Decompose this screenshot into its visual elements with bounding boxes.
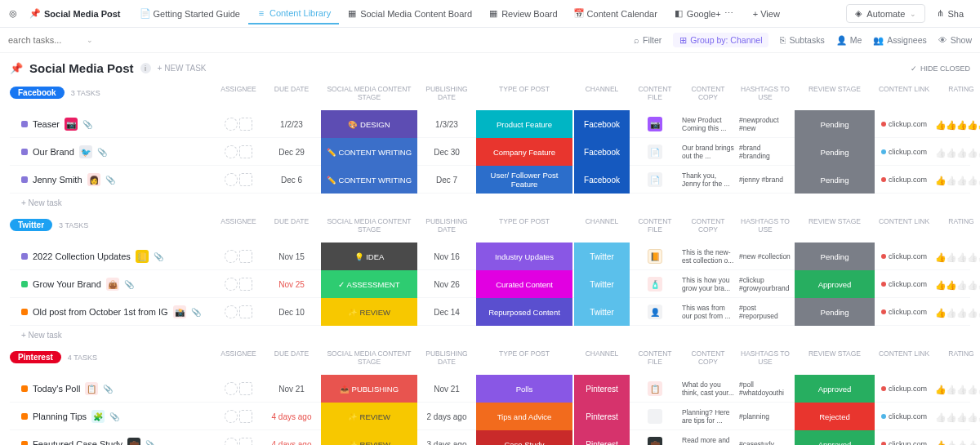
channel-pill[interactable]: Pinterest xyxy=(574,375,630,403)
nav-tab[interactable]: 📅Content Calendar xyxy=(566,3,666,24)
copy-cell[interactable]: This was from our post from ... xyxy=(679,304,737,320)
calendar-placeholder[interactable] xyxy=(239,382,252,395)
attachment-icon[interactable]: 📎 xyxy=(103,385,113,394)
hashtag-cell[interactable]: #poll #whatdoyouthi xyxy=(737,380,794,397)
calendar-placeholder[interactable] xyxy=(239,438,252,445)
thumb-icon[interactable] xyxy=(956,147,966,157)
nav-tab[interactable]: ◧Google+⋯ xyxy=(666,3,742,24)
link-cell[interactable]: clickup.com xyxy=(875,120,933,128)
thumb-icon[interactable] xyxy=(956,175,966,185)
file-cell[interactable]: 📷 xyxy=(630,117,679,131)
publish-date[interactable]: Nov 16 xyxy=(418,252,475,261)
publish-date[interactable]: Nov 26 xyxy=(418,280,475,289)
task-name-cell[interactable]: Jenny Smith 👩 📎 xyxy=(10,173,214,186)
thumb-icon[interactable] xyxy=(935,175,945,185)
thumb-icon[interactable] xyxy=(946,175,956,185)
type-pill[interactable]: Curated Content xyxy=(476,270,572,298)
calendar-placeholder[interactable] xyxy=(239,305,252,318)
filter-chip[interactable]: ⌕Filter xyxy=(634,35,662,45)
channel-pill[interactable]: Twitter xyxy=(574,243,630,270)
task-name-cell[interactable]: Feautured Case Study 💼 📎 xyxy=(10,438,214,445)
due-date[interactable]: Dec 10 xyxy=(263,308,320,317)
new-task-button[interactable]: + NEW TASK xyxy=(158,64,207,73)
type-pill[interactable]: User/ Follower Post Feature xyxy=(476,166,572,194)
new-task-row[interactable]: + New task xyxy=(10,194,970,209)
thumb-icon[interactable] xyxy=(946,412,956,421)
attachment-icon[interactable]: 📎 xyxy=(109,412,119,421)
assignee-cell[interactable] xyxy=(214,250,263,263)
thumb-icon[interactable] xyxy=(946,251,956,261)
automate-button[interactable]: ◈ Automate ⌄ xyxy=(846,4,925,23)
calendar-placeholder[interactable] xyxy=(239,173,252,186)
calendar-placeholder[interactable] xyxy=(239,278,252,291)
share-button[interactable]: ⋔ Sha xyxy=(929,3,972,24)
task-row[interactable]: Grow Your Brand 👜 📎 Nov 25 ✓ ASSESSMENT … xyxy=(10,270,970,298)
review-pill[interactable]: Approved xyxy=(795,270,875,298)
copy-cell[interactable]: What do you think, cast your... xyxy=(679,380,737,397)
stage-pill[interactable]: 🎨 DESIGN xyxy=(321,110,417,138)
calendar-placeholder[interactable] xyxy=(239,410,252,423)
new-task-row[interactable]: + New task xyxy=(10,326,970,341)
assignee-placeholder[interactable] xyxy=(225,145,238,158)
type-pill[interactable]: Repurposed Content xyxy=(476,298,572,326)
thumb-icon[interactable] xyxy=(956,384,966,394)
thumb-icon[interactable] xyxy=(935,279,945,289)
copy-cell[interactable]: This is how you grow your bra... xyxy=(679,276,737,292)
file-cell[interactable]: 📋 xyxy=(630,381,679,396)
thumb-icon[interactable] xyxy=(935,147,945,157)
type-pill[interactable]: Case Study xyxy=(476,430,572,445)
due-date[interactable]: Nov 21 xyxy=(263,385,320,394)
rating-cell[interactable] xyxy=(933,119,980,129)
assignee-cell[interactable] xyxy=(214,438,263,445)
assignee-placeholder[interactable] xyxy=(225,173,238,186)
attachment-icon[interactable]: 📎 xyxy=(105,176,115,185)
link-cell[interactable]: clickup.com xyxy=(875,280,933,288)
type-pill[interactable]: Polls xyxy=(476,375,572,403)
due-date[interactable]: Nov 25 xyxy=(263,280,320,289)
hashtag-cell[interactable]: #post #reporpused xyxy=(737,304,794,320)
attachment-icon[interactable]: 📎 xyxy=(97,148,107,157)
rating-cell[interactable] xyxy=(933,251,980,261)
channel-pill[interactable]: Pinterest xyxy=(574,430,630,445)
link-cell[interactable]: clickup.com xyxy=(875,412,933,421)
link-cell[interactable]: clickup.com xyxy=(875,440,933,445)
thumb-icon[interactable] xyxy=(946,119,956,129)
filter-chip[interactable]: ⎘Subtasks xyxy=(780,35,824,45)
filter-chip[interactable]: 👤Me xyxy=(836,35,862,46)
task-name-cell[interactable]: Grow Your Brand 👜 📎 xyxy=(10,278,214,291)
nav-view[interactable]: + View xyxy=(745,4,788,24)
task-row[interactable]: Teaser 📷 📎 1/2/23 🎨 DESIGN 1/3/23 Produc… xyxy=(10,110,970,138)
assignee-cell[interactable] xyxy=(214,145,263,158)
due-date[interactable]: Dec 6 xyxy=(263,176,320,185)
thumb-icon[interactable] xyxy=(956,439,966,445)
filter-chip[interactable]: 👥Assignees xyxy=(873,35,926,46)
channel-pill[interactable]: Facebook xyxy=(574,138,630,166)
assignee-cell[interactable] xyxy=(214,305,263,318)
link-cell[interactable]: clickup.com xyxy=(875,308,933,316)
rating-cell[interactable] xyxy=(933,279,980,289)
due-date[interactable]: 4 days ago xyxy=(263,440,320,446)
rating-cell[interactable] xyxy=(933,175,980,185)
copy-cell[interactable]: This is the new-est collection o... xyxy=(679,248,737,265)
publish-date[interactable]: Dec 7 xyxy=(418,176,475,185)
calendar-placeholder[interactable] xyxy=(239,250,252,263)
due-date[interactable]: 4 days ago xyxy=(263,412,320,421)
thumb-icon[interactable] xyxy=(946,147,956,157)
thumb-icon[interactable] xyxy=(935,412,945,421)
assignee-placeholder[interactable] xyxy=(225,118,238,131)
stage-pill[interactable]: ✏️ CONTENT WRITING xyxy=(321,138,417,166)
attachment-icon[interactable]: 📎 xyxy=(82,120,92,129)
copy-cell[interactable]: New Product Coming this ... xyxy=(679,116,737,132)
thumb-icon[interactable] xyxy=(946,439,956,445)
due-date[interactable]: Dec 29 xyxy=(263,148,320,157)
thumb-icon[interactable] xyxy=(956,412,966,421)
copy-cell[interactable]: Planning? Here are tips for ... xyxy=(679,408,737,425)
rating-cell[interactable] xyxy=(933,412,980,421)
thumb-icon[interactable] xyxy=(967,251,977,261)
task-name-cell[interactable]: Our Brand 🐦 📎 xyxy=(10,145,214,158)
link-cell[interactable]: clickup.com xyxy=(875,148,933,156)
review-pill[interactable]: Pending xyxy=(795,110,875,138)
assignee-cell[interactable] xyxy=(214,382,263,395)
rating-cell[interactable] xyxy=(933,439,980,445)
info-icon[interactable]: i xyxy=(140,63,151,73)
